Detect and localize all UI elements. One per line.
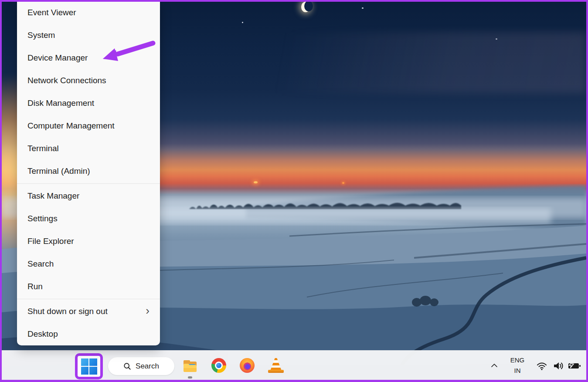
tray-volume-button[interactable] <box>552 360 565 372</box>
running-indicator <box>188 376 192 379</box>
menu-item-search[interactable]: Search <box>17 253 160 275</box>
start-button-annotation-box <box>75 353 103 379</box>
menu-item-run[interactable]: Run <box>17 275 160 298</box>
menu-item-disk-management[interactable]: Disk Management <box>17 92 160 115</box>
taskbar-chrome[interactable] <box>211 357 227 374</box>
star <box>362 7 364 9</box>
menu-item-label: Task Manager <box>27 191 79 201</box>
menu-item-label: Run <box>27 282 43 291</box>
desktop-screen: Event Viewer System Device Manager Netwo… <box>2 2 586 380</box>
menu-item-desktop[interactable]: Desktop <box>17 323 160 345</box>
language-line-1: ENG <box>510 355 525 365</box>
menu-item-label: Disk Management <box>27 98 94 108</box>
tray-language-switcher[interactable]: ENG IN <box>506 354 528 377</box>
sun-remnant <box>254 181 258 183</box>
menu-item-device-manager[interactable]: Device Manager <box>17 47 160 69</box>
menu-item-label: Device Manager <box>27 53 88 63</box>
menu-item-settings[interactable]: Settings <box>17 207 160 230</box>
tray-network-button[interactable] <box>535 360 548 372</box>
wifi-icon <box>536 361 547 371</box>
menu-item-label: Search <box>27 259 54 269</box>
search-icon <box>123 362 131 370</box>
menu-item-label: Settings <box>27 214 58 223</box>
volume-icon <box>553 361 564 371</box>
tray-show-hidden-button[interactable] <box>489 360 500 371</box>
taskbar-vlc[interactable] <box>268 357 284 374</box>
file-explorer-icon <box>182 358 198 373</box>
chrome-icon <box>211 358 226 373</box>
crescent-moon <box>301 2 310 12</box>
tray-battery-button[interactable] <box>567 361 582 371</box>
star <box>242 22 243 23</box>
menu-item-label: Terminal <box>27 144 59 153</box>
menu-item-label: Terminal (Admin) <box>27 166 90 176</box>
menu-item-task-manager[interactable]: Task Manager <box>17 185 160 207</box>
language-line-2: IN <box>514 365 521 376</box>
menu-item-event-viewer[interactable]: Event Viewer <box>17 2 160 24</box>
taskbar-file-explorer[interactable] <box>182 357 198 374</box>
taskbar-firefox[interactable] <box>239 357 255 374</box>
vlc-icon <box>268 357 284 374</box>
windows-logo-icon <box>81 358 97 375</box>
taskbar: Search <box>2 350 586 380</box>
menu-item-label: Shut down or sign out <box>27 307 108 316</box>
taskbar-search[interactable]: Search <box>108 357 174 375</box>
menu-item-label: Event Viewer <box>27 8 76 17</box>
start-button[interactable] <box>81 358 97 375</box>
winx-context-menu: Event Viewer System Device Manager Netwo… <box>17 2 160 345</box>
menu-item-label: File Explorer <box>27 237 74 246</box>
menu-item-label: Computer Management <box>27 121 115 131</box>
sky-haze <box>247 32 586 93</box>
menu-item-terminal[interactable]: Terminal <box>17 137 160 160</box>
menu-item-terminal-admin[interactable]: Terminal (Admin) <box>17 160 160 183</box>
firefox-icon <box>240 358 255 373</box>
search-label: Search <box>136 362 159 371</box>
menu-item-shut-down-or-sign-out[interactable]: Shut down or sign out › <box>17 300 160 323</box>
battery-charging-icon <box>568 362 581 370</box>
chevron-right-icon: › <box>146 305 150 316</box>
menu-item-label: System <box>27 30 55 40</box>
menu-item-file-explorer[interactable]: File Explorer <box>17 230 160 253</box>
menu-item-network-connections[interactable]: Network Connections <box>17 69 160 92</box>
star <box>496 38 497 40</box>
menu-item-computer-management[interactable]: Computer Management <box>17 115 160 137</box>
menu-item-list: Event Viewer System Device Manager Netwo… <box>17 2 160 345</box>
menu-item-system[interactable]: System <box>17 24 160 47</box>
menu-item-label: Desktop <box>27 329 58 339</box>
menu-item-label: Network Connections <box>27 76 106 85</box>
chevron-up-icon <box>489 361 499 370</box>
